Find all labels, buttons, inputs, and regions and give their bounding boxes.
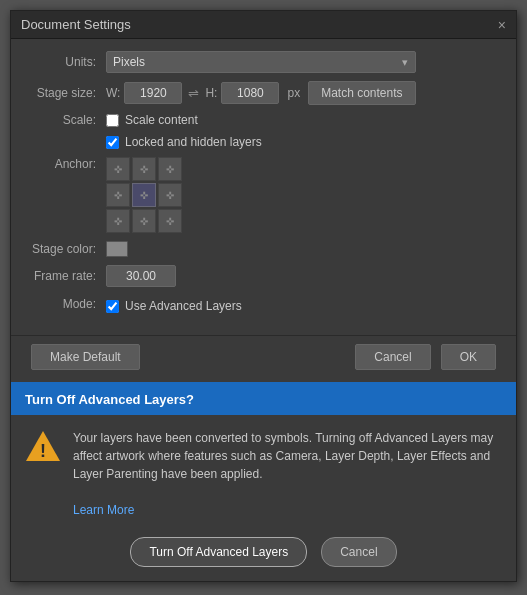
confirm-panel: Turn Off Advanced Layers? ! Your layers …: [11, 382, 516, 581]
stage-size-row: Stage size: W: ⇌ H: px Match contents: [31, 81, 496, 105]
anchor-bottom-center[interactable]: ✜: [132, 209, 156, 233]
units-row: Units: Pixels Inches Centimeters Millime…: [31, 51, 496, 73]
height-label: H:: [205, 86, 217, 100]
anchor-top-left[interactable]: ✜: [106, 157, 130, 181]
anchor-label: Anchor:: [31, 157, 106, 171]
close-button[interactable]: ×: [498, 18, 506, 32]
dialog-footer: Make Default Cancel OK: [11, 335, 516, 382]
title-bar: Document Settings ×: [11, 11, 516, 39]
units-select-wrapper: Pixels Inches Centimeters Millimeters Po…: [106, 51, 416, 73]
dialog-body: Units: Pixels Inches Centimeters Millime…: [11, 39, 516, 335]
anchor-middle-center[interactable]: ✜: [132, 183, 156, 207]
learn-more-link[interactable]: Learn More: [73, 503, 134, 517]
frame-rate-label: Frame rate:: [31, 269, 106, 283]
warning-triangle-svg: !: [25, 429, 61, 463]
stage-color-row: Stage color:: [31, 241, 496, 257]
anchor-middle-left[interactable]: ✜: [106, 183, 130, 207]
use-advanced-layers-checkbox[interactable]: [106, 300, 119, 313]
confirm-message: Your layers have been converted to symbo…: [73, 429, 502, 519]
scale-content-row: Scale content: [106, 113, 198, 127]
cancel-button[interactable]: Cancel: [355, 344, 430, 370]
anchor-row: Anchor: ✜ ✜ ✜ ✜ ✜ ✜ ✜ ✜ ✜: [31, 157, 496, 233]
svg-text:!: !: [40, 441, 46, 461]
scale-row: Scale: Scale content: [31, 113, 496, 127]
document-settings-dialog: Document Settings × Units: Pixels Inches…: [10, 10, 517, 582]
mode-label: Mode:: [31, 297, 106, 311]
anchor-middle-right[interactable]: ✜: [158, 183, 182, 207]
confirm-footer: Turn Off Advanced Layers Cancel: [11, 529, 516, 581]
locked-hidden-checkbox[interactable]: [106, 136, 119, 149]
turn-off-button[interactable]: Turn Off Advanced Layers: [130, 537, 307, 567]
locked-hidden-row: Locked and hidden layers: [31, 135, 496, 149]
stage-color-label: Stage color:: [31, 242, 106, 256]
stage-size-inputs: W: ⇌ H: px Match contents: [106, 81, 416, 105]
anchor-bottom-left[interactable]: ✜: [106, 209, 130, 233]
confirm-cancel-button[interactable]: Cancel: [321, 537, 396, 567]
scale-content-label: Scale content: [125, 113, 198, 127]
confirm-header: Turn Off Advanced Layers?: [11, 384, 516, 415]
locked-hidden-checkbox-row: Locked and hidden layers: [106, 135, 262, 149]
height-input[interactable]: [221, 82, 279, 104]
stage-size-label: Stage size:: [31, 86, 106, 100]
link-icon: ⇌: [188, 86, 199, 101]
confirm-message-text: Your layers have been converted to symbo…: [73, 431, 493, 481]
width-input[interactable]: [124, 82, 182, 104]
frame-rate-input[interactable]: [106, 265, 176, 287]
scale-content-checkbox[interactable]: [106, 114, 119, 127]
match-contents-button[interactable]: Match contents: [308, 81, 415, 105]
footer-right-buttons: Cancel OK: [355, 344, 496, 370]
locked-hidden-label: Locked and hidden layers: [125, 135, 262, 149]
stage-color-swatch[interactable]: [106, 241, 128, 257]
anchor-top-right[interactable]: ✜: [158, 157, 182, 181]
anchor-bottom-right[interactable]: ✜: [158, 209, 182, 233]
frame-rate-row: Frame rate:: [31, 265, 496, 287]
px-label: px: [287, 86, 300, 100]
anchor-grid: ✜ ✜ ✜ ✜ ✜ ✜ ✜ ✜ ✜: [106, 157, 182, 233]
confirm-title: Turn Off Advanced Layers?: [25, 392, 194, 407]
anchor-top-center[interactable]: ✜: [132, 157, 156, 181]
width-label: W:: [106, 86, 120, 100]
units-select[interactable]: Pixels Inches Centimeters Millimeters Po…: [106, 51, 416, 73]
ok-button[interactable]: OK: [441, 344, 496, 370]
use-advanced-layers-label: Use Advanced Layers: [125, 299, 242, 313]
advanced-layers-row: Use Advanced Layers: [106, 299, 242, 313]
mode-row: Mode: Use Advanced Layers: [31, 295, 496, 313]
warning-icon: !: [25, 429, 61, 465]
make-default-button[interactable]: Make Default: [31, 344, 140, 370]
confirm-body: ! Your layers have been converted to sym…: [11, 415, 516, 529]
units-label: Units:: [31, 55, 106, 69]
scale-label: Scale:: [31, 113, 106, 127]
dialog-title: Document Settings: [21, 17, 131, 32]
